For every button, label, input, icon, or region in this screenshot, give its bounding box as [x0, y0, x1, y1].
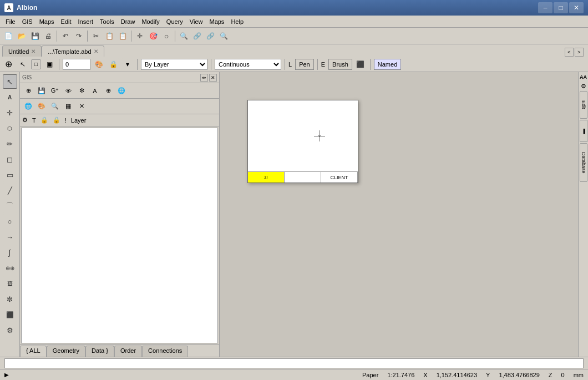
gis-zoom-button[interactable]: 🔍: [49, 100, 61, 113]
expand-icon[interactable]: ▶: [4, 372, 9, 378]
brush-icon[interactable]: ⬛: [354, 58, 367, 70]
minimize-button[interactable]: –: [538, 2, 552, 13]
menu-help[interactable]: Help: [227, 17, 247, 26]
zoom-button[interactable]: 🔍: [178, 30, 190, 42]
tab-template-close[interactable]: ✕: [94, 48, 98, 54]
menu-tools[interactable]: Tools: [97, 17, 118, 26]
rp-settings-icon[interactable]: ⚙: [580, 82, 587, 90]
gis-move-button[interactable]: ⇔: [200, 74, 208, 82]
link2-button[interactable]: 🔗: [204, 30, 216, 42]
database-panel-button[interactable]: Database: [580, 143, 587, 182]
print-button[interactable]: 🖨: [42, 30, 54, 42]
gis-btn6[interactable]: A: [89, 85, 101, 97]
menu-insert[interactable]: Insert: [75, 17, 97, 26]
pattern-tool[interactable]: ✼: [3, 292, 17, 306]
search-button[interactable]: 🔍: [217, 30, 230, 42]
move-button[interactable]: ✛: [134, 30, 146, 42]
menu-gis[interactable]: GIS: [19, 17, 36, 26]
select-poly-button[interactable]: ▣: [43, 58, 55, 70]
gis-globe-button[interactable]: 🌐: [22, 100, 34, 113]
close-button[interactable]: ✕: [569, 2, 584, 13]
tab-data[interactable]: Data }: [85, 346, 114, 357]
curve-tool[interactable]: ∫: [3, 245, 17, 260]
menu-edit[interactable]: Edit: [58, 17, 75, 26]
tab-template[interactable]: ...\Template.abd ✕: [42, 45, 104, 57]
gis-btn5[interactable]: ✼: [75, 85, 88, 97]
color-icon[interactable]: 🎨: [93, 58, 105, 70]
layer-icon3: 🔒: [40, 116, 48, 124]
gis-btn2[interactable]: 💾: [36, 85, 48, 97]
paste-button[interactable]: 📋: [116, 30, 129, 42]
edit-panel-button[interactable]: Edit: [580, 91, 587, 119]
command-input[interactable]: [4, 358, 584, 368]
rect-tool[interactable]: ▭: [3, 168, 17, 182]
select-tool[interactable]: ↖: [3, 74, 17, 89]
layer-input[interactable]: [63, 59, 90, 70]
tab-order[interactable]: Order: [114, 346, 142, 357]
rp-scroll[interactable]: ▐: [580, 120, 587, 142]
tab-untitled-close[interactable]: ✕: [31, 48, 36, 54]
save-button[interactable]: 💾: [29, 30, 41, 42]
gis-btn4[interactable]: 👁: [62, 85, 74, 97]
menu-view[interactable]: View: [186, 17, 206, 26]
tab-untitled[interactable]: Untitled ✕: [2, 45, 42, 57]
tab-geometry[interactable]: Geometry: [47, 346, 85, 357]
maximize-button[interactable]: □: [554, 2, 568, 13]
color-by-select[interactable]: By Layer: [141, 59, 207, 70]
redo-button[interactable]: ↷: [73, 30, 85, 42]
menu-draw[interactable]: Draw: [118, 17, 139, 26]
tab-next-button[interactable]: >: [575, 48, 584, 57]
cursor-tool[interactable]: ✛: [3, 105, 17, 120]
copy-button[interactable]: 📋: [103, 30, 115, 42]
tab-all[interactable]: { ALL: [20, 346, 47, 357]
menu-file[interactable]: File: [2, 17, 19, 26]
arrow-tool[interactable]: →: [3, 230, 17, 244]
menu-query[interactable]: Query: [163, 17, 186, 26]
brush-button[interactable]: Brush: [328, 59, 352, 70]
circle-button[interactable]: ○: [160, 30, 173, 42]
eraser-tool[interactable]: ◻: [3, 152, 17, 166]
pencil-tool[interactable]: ✏: [3, 136, 17, 151]
lock-icon[interactable]: 🔒: [107, 58, 119, 70]
tab-connections[interactable]: Connections: [142, 346, 188, 357]
menu-modify[interactable]: Modify: [138, 17, 163, 26]
gis-btn3[interactable]: G⁺: [49, 85, 61, 97]
menu-maps[interactable]: Maps: [36, 17, 58, 26]
select-all-button[interactable]: ⊕: [2, 58, 14, 70]
select-arrow-button[interactable]: ↖: [17, 58, 29, 70]
menu-maps2[interactable]: Maps: [206, 17, 227, 26]
gis-color-button[interactable]: 🎨: [36, 100, 48, 113]
undo-button[interactable]: ↶: [59, 30, 72, 42]
gis-btn1[interactable]: ⊕: [22, 85, 34, 97]
canvas-area[interactable]: zl CLIENT: [220, 72, 578, 357]
gis-x-button[interactable]: ✕: [75, 100, 88, 113]
cut-button[interactable]: ✂: [90, 30, 102, 42]
text-tool[interactable]: A: [3, 90, 17, 104]
tab-prev-button[interactable]: <: [565, 48, 574, 57]
link1-button[interactable]: 🔗: [191, 30, 203, 42]
dim-tool[interactable]: ⊕⊕: [3, 261, 17, 275]
linetype-select[interactable]: Continuous: [215, 59, 281, 70]
gear-tool[interactable]: ⚙: [3, 323, 17, 337]
named-button[interactable]: Named: [374, 59, 401, 70]
layer-list[interactable]: [21, 128, 218, 343]
gis-btn8[interactable]: 🌐: [115, 85, 128, 97]
new-button[interactable]: 📄: [2, 30, 14, 42]
gis-grid-button[interactable]: ▦: [62, 100, 74, 113]
tab-bar: Untitled ✕ ...\Template.abd ✕ < >: [0, 44, 588, 57]
footer-cell-1: zl: [248, 172, 285, 183]
image-tool[interactable]: 🖼: [3, 276, 17, 291]
polygon-tool[interactable]: ⬡: [3, 121, 17, 135]
gis-btn7[interactable]: ⊕: [102, 85, 114, 97]
snap-button[interactable]: 🎯: [147, 30, 159, 42]
fill-tool[interactable]: ⬛: [3, 307, 17, 322]
select-box-button[interactable]: □: [31, 59, 41, 69]
gis-close-button[interactable]: ✕: [209, 74, 217, 82]
circle-draw-tool[interactable]: ○: [3, 214, 17, 229]
title-controls: – □ ✕: [538, 2, 584, 13]
line-tool[interactable]: ╱: [3, 183, 17, 197]
pen-button[interactable]: Pen: [295, 59, 314, 70]
arc-tool[interactable]: ⌒: [3, 199, 17, 213]
dropdown-arrow1[interactable]: ▾: [121, 58, 134, 70]
open-button[interactable]: 📂: [16, 30, 28, 42]
